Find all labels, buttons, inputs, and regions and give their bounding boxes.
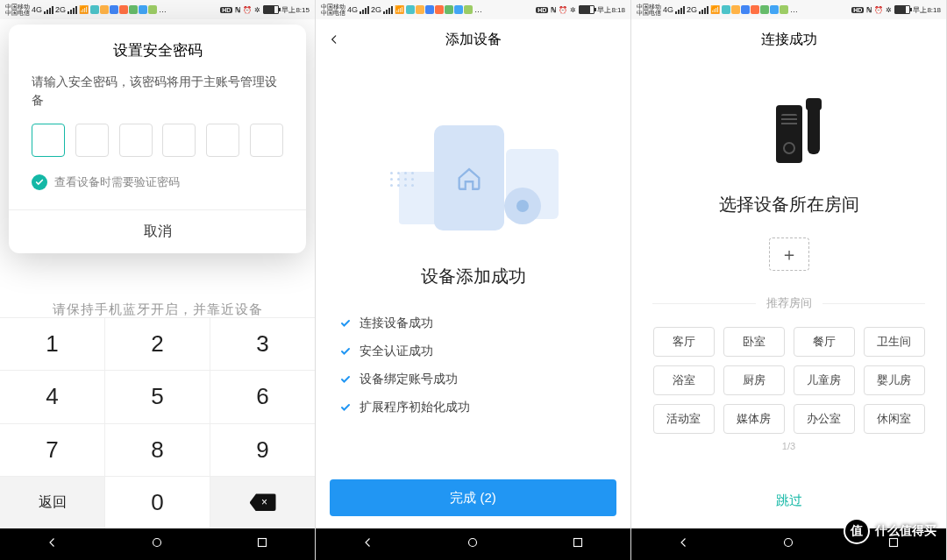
android-nav-bar: [0, 528, 315, 560]
key-8[interactable]: 8: [105, 424, 210, 476]
room-option[interactable]: 厨房: [723, 365, 785, 395]
pin-cell[interactable]: [206, 124, 239, 157]
room-option[interactable]: 休闲室: [864, 404, 925, 434]
numeric-keypad: 1 2 3 4 5 6 7 8 9 返回 0: [0, 317, 315, 528]
key-backspace[interactable]: [210, 477, 315, 528]
svg-point-4: [785, 539, 793, 547]
room-option[interactable]: 客厅: [653, 327, 715, 357]
header: 连接成功: [631, 19, 946, 60]
svg-point-0: [153, 539, 161, 547]
bg-hint: 请保持手机蓝牙开启，并靠近设备: [0, 301, 315, 318]
devices-illustration: [381, 112, 566, 244]
key-7[interactable]: 7: [0, 424, 105, 476]
screen-select-room: 中国移动中国电信 4G 2G 📶 … HDℕ⏰✲ 早上8:18 连接成功: [631, 0, 947, 560]
check-icon: [340, 318, 351, 329]
nav-home-icon[interactable]: [780, 535, 796, 554]
add-room-button[interactable]: ＋: [769, 237, 809, 271]
skip-button[interactable]: 跳过: [631, 493, 946, 509]
svg-rect-3: [574, 539, 582, 547]
key-6[interactable]: 6: [210, 371, 315, 422]
nav-home-icon[interactable]: [465, 535, 481, 554]
cancel-button[interactable]: 取消: [9, 209, 306, 253]
select-room-title: 选择设备所在房间: [719, 193, 859, 216]
complete-button[interactable]: 完成 (2): [330, 479, 616, 516]
backspace-icon: [250, 493, 276, 511]
nav-back-icon[interactable]: [676, 535, 692, 554]
screen-add-device: 中国移动中国电信 4G 2G 📶 … HDℕ⏰✲ 早上8:18 添加设备: [316, 0, 631, 560]
room-option[interactable]: 卧室: [723, 327, 785, 357]
modal-title: 设置安全密码: [9, 40, 306, 60]
list-item: 设备绑定账号成功: [340, 365, 606, 393]
success-steps: 连接设备成功 安全认证成功 设备绑定账号成功 扩展程序初始化成功: [316, 309, 630, 422]
check-icon: [340, 402, 351, 413]
modal-desc: 请输入安全密码，该密码将用于主账号管理设备: [9, 73, 306, 110]
svg-rect-5: [890, 539, 898, 547]
room-option[interactable]: 办公室: [794, 404, 855, 434]
key-2[interactable]: 2: [105, 318, 210, 370]
key-0[interactable]: 0: [105, 477, 210, 528]
list-item: 连接设备成功: [340, 309, 606, 337]
room-option[interactable]: 儿童房: [794, 365, 855, 395]
room-grid: 客厅 卧室 餐厅 卫生间 浴室 厨房 儿童房 婴儿房 活动室 媒体房 办公室 休…: [653, 327, 925, 434]
plus-icon: ＋: [780, 243, 798, 266]
check-icon: [340, 346, 351, 357]
list-item: 扩展程序初始化成功: [340, 393, 606, 422]
header: 添加设备: [316, 19, 630, 60]
pager-indicator: 1/3: [782, 441, 795, 451]
back-button[interactable]: [328, 19, 340, 60]
header-title: 连接成功: [761, 31, 817, 49]
key-back[interactable]: 返回: [0, 477, 105, 528]
svg-rect-1: [259, 539, 267, 547]
success-title: 设备添加成功: [421, 265, 526, 288]
status-bar: 中国移动中国电信 4G 2G 📶 … HDℕ⏰✲ 早上8:15: [0, 0, 315, 19]
room-option[interactable]: 活动室: [653, 404, 715, 434]
room-option[interactable]: 媒体房: [723, 404, 785, 434]
mihome-icon: [454, 163, 484, 193]
nav-recents-icon[interactable]: [886, 535, 901, 554]
nav-back-icon[interactable]: [45, 535, 61, 554]
nav-home-icon[interactable]: [149, 535, 165, 554]
key-3[interactable]: 3: [210, 318, 315, 370]
key-9[interactable]: 9: [210, 424, 315, 476]
nav-recents-icon[interactable]: [254, 535, 270, 554]
password-modal: 设置安全密码 请输入安全密码，该密码将用于主账号管理设备 查看设备时需要验证密码…: [9, 25, 306, 253]
list-item: 安全认证成功: [340, 337, 606, 365]
room-option[interactable]: 卫生间: [864, 327, 925, 357]
android-nav-bar: [631, 528, 946, 560]
key-1[interactable]: 1: [0, 318, 105, 370]
lock-device-icon: [750, 95, 829, 174]
svg-point-2: [469, 539, 477, 547]
pin-input-row: [9, 110, 306, 169]
status-bar: 中国移动中国电信 4G 2G 📶 … HDℕ⏰✲ 早上8:18: [631, 0, 946, 19]
check-icon: [340, 374, 351, 385]
checkbox-label: 查看设备时需要验证密码: [54, 174, 180, 190]
pin-cell[interactable]: [162, 124, 196, 157]
header-title: 添加设备: [445, 31, 502, 49]
status-bar: 中国移动中国电信 4G 2G 📶 … HDℕ⏰✲ 早上8:18: [316, 0, 630, 19]
android-nav-bar: [316, 528, 630, 560]
verify-checkbox[interactable]: 查看设备时需要验证密码: [9, 169, 306, 209]
room-option[interactable]: 餐厅: [794, 327, 855, 357]
screen-security-password: 中国移动中国电信 4G 2G 📶 … HDℕ⏰✲ 早上8:15 请保持手机蓝牙开…: [0, 0, 316, 560]
pin-cell[interactable]: [75, 124, 109, 157]
pin-cell[interactable]: [119, 124, 153, 157]
nav-back-icon[interactable]: [360, 535, 376, 554]
pin-cell[interactable]: [250, 124, 283, 157]
chevron-left-icon: [328, 33, 340, 46]
recommended-separator: 推荐房间: [631, 295, 946, 311]
room-option[interactable]: 浴室: [653, 365, 715, 395]
pin-cell[interactable]: [32, 124, 65, 157]
key-5[interactable]: 5: [105, 371, 210, 422]
key-4[interactable]: 4: [0, 371, 105, 422]
nav-recents-icon[interactable]: [570, 535, 586, 554]
room-option[interactable]: 婴儿房: [864, 365, 925, 395]
check-icon: [32, 174, 47, 190]
